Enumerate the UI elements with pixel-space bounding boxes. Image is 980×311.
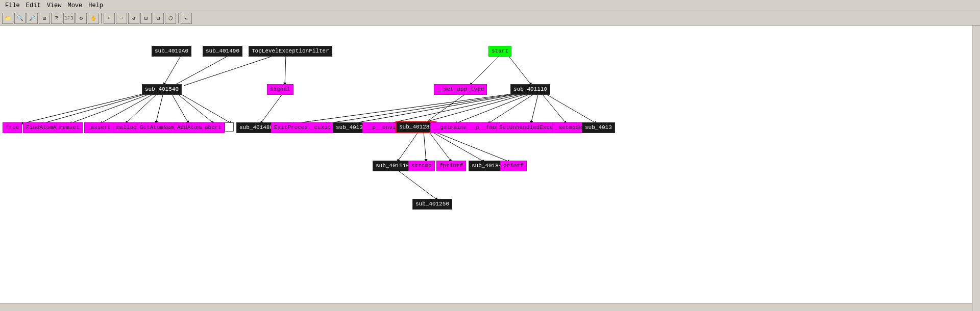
refresh-button[interactable]: ↺ — [128, 13, 139, 24]
svg-line-29 — [429, 132, 452, 162]
svg-line-25 — [544, 93, 597, 124]
node-free[interactable]: free — [3, 122, 22, 133]
svg-line-5 — [508, 55, 532, 86]
pan-button[interactable]: ✋ — [88, 13, 99, 24]
zoom-100-button[interactable]: 1:1 — [63, 13, 75, 24]
zoom-percent-button[interactable]: % — [51, 13, 62, 24]
node-set-app-type[interactable]: __set_app_type — [434, 84, 487, 95]
svg-line-15 — [260, 93, 283, 124]
node-sub-401490[interactable]: sub_401490 — [203, 46, 242, 57]
node-printf[interactable]: printf — [500, 161, 527, 171]
zoom-out-button[interactable]: 🔎 — [27, 13, 38, 24]
node-sub-401480[interactable]: sub_401480 — [236, 122, 276, 133]
svg-line-2 — [285, 55, 286, 86]
scrollbar-horizontal[interactable] — [0, 303, 972, 311]
node-abort[interactable]: abort — [202, 122, 225, 133]
node-signal[interactable]: signal — [267, 84, 293, 95]
node-memset[interactable]: memset — [56, 122, 83, 133]
select-button[interactable]: ↖ — [181, 13, 192, 24]
node-fprintf[interactable]: fprintf — [436, 161, 466, 171]
menu-move[interactable]: Move — [64, 1, 85, 10]
layout-v-button[interactable]: ⊞ — [153, 13, 164, 24]
svg-line-10 — [125, 93, 158, 124]
node-setmode[interactable]: _setmode — [552, 122, 585, 133]
node-sub-401540[interactable]: sub_401540 — [142, 84, 182, 95]
svg-line-30 — [431, 132, 485, 162]
fit-button[interactable]: ⊞ — [39, 13, 50, 24]
zoom-in-button[interactable]: 🔍 — [14, 13, 26, 24]
svg-line-24 — [541, 93, 567, 124]
back-button[interactable]: ← — [104, 13, 115, 24]
open-button[interactable]: 📁 — [2, 13, 13, 24]
toolbar-sep-1 — [101, 13, 102, 23]
svg-line-6 — [20, 93, 148, 124]
node-cexit[interactable]: _cexit — [308, 122, 334, 133]
node-sub-401510[interactable]: sub_401510 — [373, 161, 412, 171]
menu-help[interactable]: Help — [85, 1, 106, 10]
node-toplevel-exception-filter[interactable]: TopLevelExceptionFilter — [249, 46, 332, 57]
node-sub-4019A0[interactable]: sub_4019A0 — [152, 46, 191, 57]
svg-line-12 — [171, 93, 189, 124]
menu-view[interactable]: View — [44, 1, 65, 10]
svg-line-31 — [434, 132, 510, 162]
svg-line-27 — [397, 132, 419, 162]
node-strcmp[interactable]: strcmp — [408, 161, 435, 171]
svg-line-26 — [424, 93, 467, 124]
node-empty-box[interactable] — [225, 122, 234, 132]
node-findatoma[interactable]: FindAtomA — [23, 122, 59, 133]
svg-line-8 — [69, 93, 153, 124]
svg-line-23 — [531, 93, 538, 124]
svg-line-11 — [156, 93, 163, 124]
node-assert[interactable]: _assert — [84, 122, 114, 133]
svg-line-16 — [291, 93, 521, 124]
canvas-area[interactable]: sub_4019A0 sub_401490 TopLevelExceptionF… — [0, 25, 980, 311]
scrollbar-vertical[interactable] — [972, 25, 980, 311]
svg-line-14 — [179, 93, 232, 124]
svg-line-13 — [176, 93, 214, 124]
node-sub-401110[interactable]: sub_401110 — [510, 84, 550, 95]
forward-button[interactable]: → — [116, 13, 127, 24]
svg-line-4 — [470, 55, 500, 86]
toolbar: 📁 🔍 🔎 ⊞ % 1:1 ⊕ ✋ ← → ↺ ⊟ ⊞ ⬡ ↖ — [0, 11, 980, 25]
svg-line-20 — [419, 93, 531, 124]
menu-file[interactable]: File — [2, 1, 23, 10]
menubar: File Edit View Move Help — [0, 0, 980, 11]
svg-line-7 — [41, 93, 151, 124]
svg-line-1 — [174, 55, 230, 86]
svg-line-3 — [184, 55, 276, 86]
svg-line-28 — [424, 132, 426, 162]
svg-line-0 — [163, 55, 181, 86]
svg-line-19 — [387, 93, 528, 124]
node-sub-4013[interactable]: sub_4013 — [582, 122, 615, 133]
svg-line-32 — [397, 170, 438, 200]
node-malloc[interactable]: malloc — [113, 122, 140, 133]
zoom-custom-button[interactable]: ⊕ — [76, 13, 87, 24]
toolbar-sep-2 — [178, 13, 179, 23]
svg-line-18 — [350, 93, 526, 124]
node-start[interactable]: start — [488, 46, 511, 57]
node-sub-401250[interactable]: sub_401250 — [412, 199, 452, 210]
menu-edit[interactable]: Edit — [23, 1, 44, 10]
export-button[interactable]: ⬡ — [165, 13, 176, 24]
svg-line-9 — [100, 93, 156, 124]
layout-h-button[interactable]: ⊟ — [140, 13, 152, 24]
